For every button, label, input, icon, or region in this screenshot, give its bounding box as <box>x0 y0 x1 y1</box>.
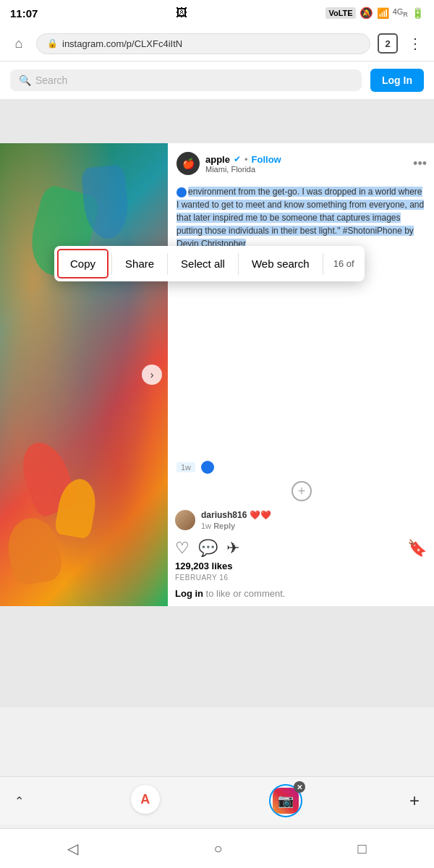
back-nav-button[interactable]: ◁ <box>60 833 85 864</box>
tab-counter[interactable]: 2 <box>378 33 398 54</box>
follow-button[interactable]: Follow <box>252 154 281 165</box>
share-text-button[interactable]: Share <box>112 249 167 278</box>
instagram-tab-icon: 📷 <box>273 788 299 814</box>
comment-time-row: 1w <box>168 458 434 477</box>
google-tab-icon[interactable]: A <box>131 785 163 817</box>
author-name: apple <box>205 154 230 165</box>
post-more-button[interactable]: ••• <box>413 156 427 171</box>
instagram-search-bar: 🔍 Search Log In <box>0 61 434 100</box>
battery-icon: 🔋 <box>412 7 424 19</box>
selection-handle-right <box>201 461 214 474</box>
commenter-name: dariush816 <box>201 510 247 520</box>
gallery-icon: 🖼 <box>176 7 187 20</box>
status-icons: VoLTE 🔕 📶 4GR 🔋 <box>326 7 424 20</box>
like-button[interactable]: ♡ <box>175 539 190 558</box>
comment-meta: 1w Reply <box>201 522 271 530</box>
add-comment-button[interactable]: + <box>292 481 312 501</box>
comment-content: dariush816 ❤️❤️ 1w Reply <box>201 510 271 530</box>
google-icon: A <box>140 792 150 807</box>
select-all-button[interactable]: Select all <box>168 249 238 278</box>
login-suffix: to like or comment. <box>203 588 285 599</box>
likes-count: 129,203 likes <box>168 561 434 574</box>
close-tab-button[interactable]: ✕ <box>294 781 305 793</box>
comment-button[interactable]: 💬 <box>198 539 218 558</box>
bookmark-button[interactable]: 🔖 <box>407 539 427 558</box>
browser-toolbar: ⌂ 🔒 instagram.com/p/CLXFc4iItN 2 ⋮ <box>0 26 434 61</box>
search-input[interactable]: Search <box>35 75 67 86</box>
post-author: 🍎 apple ✔ • Follow Miami, Florida <box>176 152 281 175</box>
home-button[interactable]: ⌂ <box>9 33 29 54</box>
status-time: 11:07 <box>10 7 38 20</box>
network-icon: 4GR <box>393 7 408 18</box>
selection-handle-left <box>176 187 187 197</box>
post-caption: environment from the get-go. I was dropp… <box>168 182 434 458</box>
search-wrapper[interactable]: 🔍 Search <box>10 69 362 91</box>
status-bar: 11:07 🖼 VoLTE 🔕 📶 4GR 🔋 <box>0 0 434 26</box>
bottom-browser-bar: ⌃ A 📷 ✕ + <box>0 776 434 825</box>
author-name-row: apple ✔ • Follow <box>205 154 281 165</box>
login-to-comment: Log in to like or comment. <box>168 584 434 606</box>
search-icon: 🔍 <box>19 75 31 86</box>
carousel-next-button[interactable]: › <box>142 365 162 385</box>
post-header: 🍎 apple ✔ • Follow Miami, Florida ••• <box>168 143 434 182</box>
add-comment-row[interactable]: + <box>168 477 434 506</box>
comment-time-label: 1w <box>201 522 211 530</box>
instagram-camera-icon: 📷 <box>278 793 294 809</box>
post-right: 🍎 apple ✔ • Follow Miami, Florida ••• en… <box>168 143 434 606</box>
post-date: February 16 <box>168 574 434 584</box>
reply-button[interactable]: Reply <box>213 522 235 530</box>
author-info: apple ✔ • Follow Miami, Florida <box>205 154 281 174</box>
android-nav-bar: ◁ ○ □ <box>0 828 434 868</box>
comment-row: dariush816 ❤️❤️ 1w Reply <box>168 506 434 533</box>
add-tab-button[interactable]: + <box>409 791 420 811</box>
author-location: Miami, Florida <box>205 165 281 174</box>
copy-button[interactable]: Copy <box>57 249 109 278</box>
count-label: 16 of <box>323 250 365 278</box>
text-selection-popup: Copy Share Select all Web search 16 of <box>54 246 365 281</box>
active-tab-wrapper[interactable]: 📷 ✕ <box>269 784 302 817</box>
url-bar[interactable]: 🔒 instagram.com/p/CLXFc4iItN <box>36 33 370 54</box>
post-image: › <box>0 143 168 606</box>
comment-time: 1w <box>176 462 195 472</box>
gray-spacer <box>0 100 434 143</box>
verified-badge: ✔ <box>234 154 241 164</box>
login-link[interactable]: Log in <box>175 588 203 599</box>
bell-icon: 🔕 <box>359 7 373 20</box>
signal-icon: 📶 <box>377 7 389 19</box>
caption-selected-text: environment from the get-go. I was dropp… <box>176 187 424 249</box>
share-button[interactable]: ✈ <box>226 539 239 558</box>
dot-separator: • <box>244 154 248 165</box>
bottom-gray-area <box>0 606 434 707</box>
commenter-hearts: ❤️❤️ <box>250 510 271 520</box>
web-search-button[interactable]: Web search <box>239 249 323 278</box>
commenter-avatar <box>175 510 195 530</box>
back-button[interactable]: ⌃ <box>14 794 24 808</box>
more-menu-button[interactable]: ⋮ <box>405 32 425 55</box>
login-button[interactable]: Log In <box>370 69 424 92</box>
author-avatar: 🍎 <box>176 152 200 175</box>
post-actions: ♡ 💬 ✈ 🔖 <box>168 533 434 561</box>
home-nav-button[interactable]: ○ <box>206 833 229 864</box>
volte-label: VoLTE <box>326 7 355 19</box>
comment-text: dariush816 ❤️❤️ <box>201 510 271 520</box>
url-text: instagram.com/p/CLXFc4iItN <box>62 38 359 49</box>
post-container: › 🍎 apple ✔ • Follow Miami, Florida ••• <box>0 143 434 606</box>
lock-icon: 🔒 <box>47 38 58 48</box>
google-tab-bg: A <box>131 785 160 814</box>
recents-nav-button[interactable]: □ <box>350 833 373 864</box>
